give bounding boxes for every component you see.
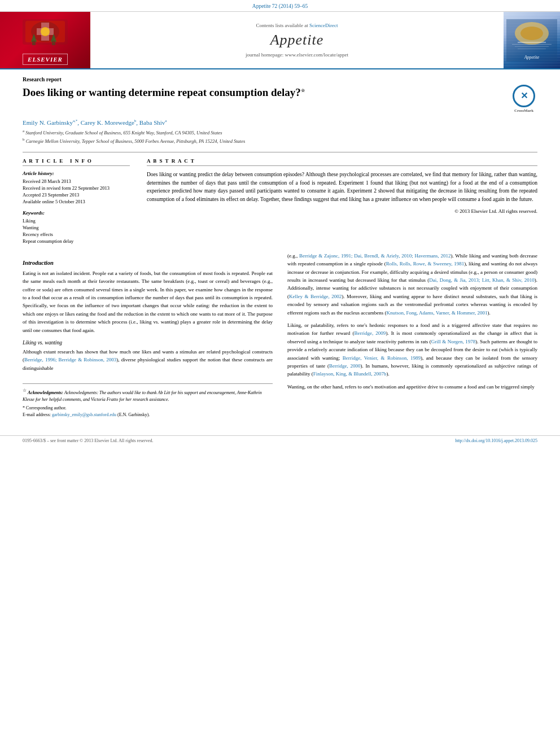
article-type-label: Research report [23,76,537,82]
copyright-notice: © 2013 Elsevier Ltd. All rights reserved… [147,208,537,214]
intro-heading: Introduction [23,260,273,266]
article-body: Introduction Eating is not an isolated i… [23,252,537,418]
sciencedirect-link[interactable]: ScienceDirect [309,23,338,28]
keyword-4: Repeat consumption delay [23,238,130,244]
received-date: Received 28 March 2013 [23,178,130,184]
footnote-area: ☆ Acknowledgments: Acknowledgments: The … [23,383,273,418]
svg-rect-8 [32,41,36,45]
journal-cover-image: Appetite [504,12,560,68]
history-label: Article history: [23,171,130,176]
acknowledgment-footnote: ☆ Acknowledgments: Acknowledgments: The … [23,387,273,403]
journal-header: ELSEVIER Contents lists available at Sci… [0,12,560,69]
affiliations: a Stanford University, Graduate School o… [23,128,537,145]
authors-line: Emily N. Garbinskya,*, Carey K. Morewedg… [23,119,537,126]
journal-homepage-url: journal homepage: www.elsevier.com/locat… [246,52,348,58]
svg-rect-14 [512,44,552,45]
article-info-heading: A R T I C L E I N F O [23,158,130,166]
keyword-3: Recency effects [23,231,130,237]
svg-rect-9 [52,41,55,45]
elsevier-logo: ELSEVIER [23,54,68,65]
abstract-text: Does liking or wanting predict the delay… [147,171,537,204]
abstract-heading: A B S T R A C T [147,158,537,166]
contents-link: Contents lists available at ScienceDirec… [256,23,338,28]
article-info-abstract: A R T I C L E I N F O Article history: R… [23,152,537,245]
svg-point-12 [520,27,543,40]
svg-point-5 [41,27,50,36]
keyword-2: Wanting [23,225,130,230]
footer-issn: 0195-6663/$ – see front matter © 2013 El… [23,438,154,443]
body-right-column: (e.g., Berridge & Zajonc, 1991; Dai, Bre… [287,252,537,418]
intro-paragraph-1: Eating is not an isolated incident. Peop… [23,269,273,334]
body-left-column: Introduction Eating is not an isolated i… [23,252,273,418]
university-crest-image [20,18,71,49]
revised-date: Received in revised form 22 September 20… [23,185,130,191]
cover-art: Appetite [506,19,557,62]
subsection-liking-wanting: Liking vs. wanting [23,340,273,346]
article-container: Research report Does liking or wanting d… [0,69,560,430]
svg-text:Appetite: Appetite [524,55,540,60]
right-para-3: Wanting, on the other hand, refers to on… [287,383,537,391]
journal-name-display: Appetite [270,32,324,49]
keywords-label: Keywords: [23,210,130,216]
accepted-date: Accepted 23 September 2013 [23,192,130,198]
page-footer: 0195-6663/$ – see front matter © 2013 El… [0,435,560,445]
publisher-logo-area: ELSEVIER [0,12,90,68]
corresponding-footnote: * Corresponding author. [23,405,273,412]
author-email-link[interactable]: garbinsky_emily@gsb.stanford.edu [52,412,116,417]
svg-rect-15 [515,46,549,47]
crossmark-badge[interactable]: ✕ CrossMark [510,86,537,113]
journal-reference: Appetite 72 (2014) 59–65 [0,0,560,12]
available-date: Available online 5 October 2013 [23,199,130,204]
right-para-2: Liking, or palatability, refers to one's… [287,321,537,378]
email-footnote: E-mail address: garbinsky_emily@gsb.stan… [23,412,273,418]
right-para-1: (e.g., Berridge & Zajonc, 1991; Dai, Bre… [287,252,537,317]
keyword-1: Liking [23,218,130,224]
journal-title-area: Contents lists available at ScienceDirec… [90,12,504,68]
liking-wanting-p1: Although extant research has shown that … [23,348,273,372]
footer-doi-link[interactable]: http://dx.doi.org/10.1016/j.appet.2013.0… [455,438,537,443]
svg-rect-16 [518,49,546,49]
abstract-panel: A B S T R A C T Does liking or wanting p… [147,158,537,245]
article-info-panel: A R T I C L E I N F O Article history: R… [23,158,130,245]
svg-rect-13 [518,42,546,43]
article-title: Does liking or wanting determine repeat … [23,86,537,113]
